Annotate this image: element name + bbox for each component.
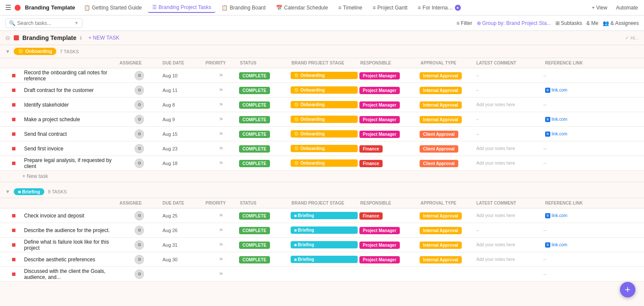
table-row[interactable]: Send first invoice ⚙ Aug 23 ⚑ COMPLETE 🟡… [0,141,644,156]
task-priority[interactable]: ⚑ [204,102,238,108]
tab-branding-tasks[interactable]: ☰ Branding Project Tasks [148,3,216,13]
group-briefing-toggle-icon[interactable]: ▼ [5,189,10,195]
task-assignee[interactable]: ⚙ [118,144,161,153]
col-responsible-b: RESPONSIBLE [359,200,419,206]
table-row[interactable]: Prepare legal analysis, if requested by … [0,156,644,171]
tab-timeline[interactable]: ≡ Timeline [334,3,367,12]
view-button[interactable]: + View [589,4,610,12]
task-assignee[interactable]: ⚙ [118,255,161,264]
table-row[interactable]: Identify stakeholder ⚙ Aug 8 ⚑ COMPLETE … [0,98,644,112]
task-priority[interactable]: ⚑ [204,227,238,233]
task-name[interactable]: Draft contract for the customer [22,87,118,93]
task-assignee[interactable]: ⚙ [118,240,161,250]
task-name[interactable]: Send final contract [22,131,118,137]
table-row[interactable]: Describe the audience for the project. ⚙… [0,223,644,238]
reference-link[interactable]: Slink.com [543,88,639,93]
approval-badge: Internal Approval [420,256,462,263]
group-toggle-icon[interactable]: ▼ [5,49,10,55]
task-priority[interactable]: ⚑ [204,271,238,277]
add-new-task-onboarding[interactable]: + New task [0,171,644,182]
assignees-button[interactable]: 👥 & Assignees [603,20,639,26]
s-brand-icon: S [545,213,550,218]
section-collapse-icon[interactable]: ⊖ [5,34,10,41]
task-assignee[interactable]: ⚙ [118,159,161,168]
table-row[interactable]: Discussed with the client the Goals, aud… [0,267,644,282]
hide-button[interactable]: ✓ Hi... [625,35,639,41]
task-name[interactable]: Record the onboarding call notes for ref… [22,70,118,82]
group-by-button[interactable]: ⊕ Group by: Brand Project Sta... [477,20,551,26]
task-priority[interactable]: ⚑ [204,146,238,152]
dropdown-icon[interactable]: ▼ [74,21,79,25]
col-task-name-b [22,200,118,206]
table-row[interactable]: Make a project schedule ⚙ Aug 9 ⚑ COMPLE… [0,112,644,127]
latest-comment: Add your notes here [475,242,543,247]
tab-getting-started[interactable]: 📋 Getting Started Guide [80,3,146,12]
task-assignee[interactable]: ⚙ [118,269,161,279]
hamburger-icon[interactable]: ☰ [3,2,13,13]
tab-internal[interactable]: ≡ For Interna… ● [414,3,465,12]
task-checkbox[interactable] [5,243,22,247]
search-box[interactable]: 🔍 ▼ [5,18,83,28]
task-name[interactable]: Identify stakeholder [22,102,118,108]
task-name[interactable]: Send first invoice [22,146,118,152]
task-name[interactable]: Describe the audience for the project. [22,227,118,233]
task-priority[interactable]: ⚑ [204,73,238,79]
task-checkbox[interactable] [5,132,22,136]
task-name[interactable]: Check invoice and deposit [22,213,118,219]
task-priority[interactable]: ⚑ [204,131,238,137]
fab-button[interactable]: + [620,282,635,297]
task-assignee[interactable]: ⚙ [118,86,161,95]
task-priority[interactable]: ⚑ [204,116,238,122]
brand-stage-badge: 🟡 Onboarding [291,86,358,94]
task-checkbox[interactable] [5,103,22,107]
task-priority[interactable]: ⚑ [204,242,238,248]
task-assignee[interactable]: ⚙ [118,129,161,139]
task-name[interactable]: Make a project schedule [22,116,118,122]
task-checkbox[interactable] [5,147,22,150]
task-checkbox[interactable] [5,162,22,165]
task-assignee[interactable]: ⚙ [118,226,161,235]
task-name[interactable]: Describe aesthetic preferences [22,257,118,263]
me-button[interactable]: & Me [586,20,598,26]
search-input[interactable] [17,20,73,26]
table-row[interactable]: Check invoice and deposit ⚙ Aug 25 ⚑ COM… [0,208,644,223]
reference-link[interactable]: Slink.com [543,117,639,122]
tab-gantt[interactable]: ≡ Project Gantt [368,3,412,12]
reference-link[interactable]: Slink.com [543,242,639,248]
reference-link[interactable]: Slink.com [543,213,639,218]
section-info-icon[interactable]: ℹ [80,35,82,41]
task-priority[interactable]: ⚑ [204,87,238,93]
flag-icon: ⚑ [219,146,224,152]
task-checkbox[interactable] [5,214,22,217]
task-checkbox[interactable] [5,229,22,232]
new-task-button[interactable]: + NEW TASK [89,35,120,41]
task-checkbox[interactable] [5,258,22,261]
task-name[interactable]: Define what is failure look like for thi… [22,239,118,251]
task-assignee[interactable]: ⚙ [118,100,161,110]
task-checkbox[interactable] [5,74,22,77]
task-checkbox[interactable] [5,272,22,276]
task-priority[interactable]: ⚑ [204,257,238,263]
task-checkbox[interactable] [5,118,22,121]
tab-calendar[interactable]: 📅 Calendar Schedule [272,3,332,12]
table-row[interactable]: Draft contract for the customer ⚙ Aug 11… [0,83,644,98]
task-name[interactable]: Discussed with the client the Goals, aud… [22,268,118,280]
automate-button[interactable]: Automate [613,4,641,12]
group-onboarding-badge[interactable]: 🟡 Onboarding [14,48,56,55]
reference-link[interactable]: Slink.com [543,132,639,137]
tab-branding-board[interactable]: 📋 Branding Board [217,3,270,12]
subtasks-button[interactable]: ⊞ Subtasks [555,20,582,26]
table-row[interactable]: Define what is failure look like for thi… [0,238,644,252]
table-row[interactable]: Describe aesthetic preferences ⚙ Aug 30 … [0,252,644,267]
filter-button[interactable]: ≡ Filter [457,20,472,26]
task-assignee[interactable]: ⚙ [118,211,161,220]
task-assignee[interactable]: ⚙ [118,115,161,124]
task-checkbox[interactable] [5,89,22,92]
task-priority[interactable]: ⚑ [204,213,238,219]
task-name[interactable]: Prepare legal analysis, if requested by … [22,157,118,169]
task-priority[interactable]: ⚑ [204,160,238,166]
table-row[interactable]: Record the onboarding call notes for ref… [0,68,644,83]
table-row[interactable]: Send final contract ⚙ Aug 15 ⚑ COMPLETE … [0,127,644,141]
group-briefing-badge[interactable]: ■ Briefing [14,188,44,195]
task-assignee[interactable]: ⚙ [118,71,161,80]
